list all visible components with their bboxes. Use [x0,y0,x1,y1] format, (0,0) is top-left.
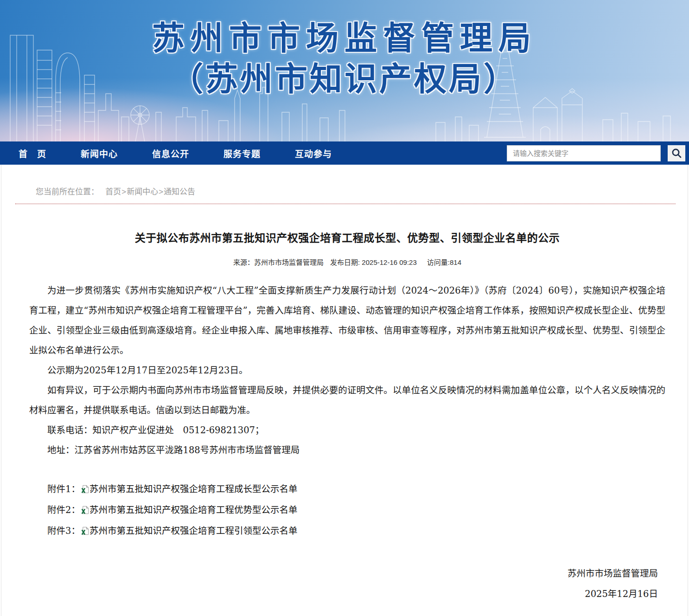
paragraph-address: 地址：江苏省苏州市姑苏区平泷路188号苏州市市场监督管理局 [29,440,665,460]
attachment-row: 附件3：苏州市第五批知识产权强企培育工程引领型公示名单 [29,521,665,542]
nav-item-services[interactable]: 服务专题 [223,147,261,160]
site-title-line2: （苏州市知识产权局） [0,59,689,99]
article-meta: 来源：苏州市市场监督管理局发布日期: 2025-12-16 09:23访问量:8… [29,257,665,267]
breadcrumb-separator: > [159,187,163,196]
site-title: 苏州市市场监督管理局 （苏州市知识产权局） [0,19,689,99]
attachment-link[interactable]: 苏州市第五批知识产权强企培育工程引领型公示名单 [89,526,298,536]
meta-source: 苏州市市场监督管理局 [254,258,324,266]
signature-org: 苏州市市场监督管理局 [29,564,658,584]
paragraph: 为进一步贯彻落实《苏州市实施知识产权“八大工程”全面支撑新质生产力发展行动计划（… [29,281,665,360]
nav-item-news[interactable]: 新闻中心 [81,147,118,160]
paragraph: 如有异议，可于公示期内书面向苏州市市场监督管理局反映，并提供必要的证明文件。以单… [29,380,665,420]
nav-item-home[interactable]: 首 页 [19,147,46,160]
site-banner: 苏州市市场监督管理局 （苏州市知识产权局） [0,0,689,141]
breadcrumb: 您当前所在位置： 首页>新闻中心>通知公告 [1,165,688,197]
article: 关于拟公布苏州市第五批知识产权强企培育工程成长型、优势型、引领型企业名单的公示 … [1,229,688,604]
breadcrumb-link-notices[interactable]: 通知公告 [164,187,195,196]
nav-item-info[interactable]: 信息公开 [152,147,189,160]
main-navbar: 首 页 新闻中心 信息公开 服务专题 互动参与 [0,141,689,165]
search-bar [507,145,685,161]
paragraph-contact-phone: 联系电话：知识产权产业促进处 0512-69821307； [29,420,665,440]
excel-file-icon [81,527,89,538]
meta-date-label: 发布日期: [330,258,360,266]
page-title: 关于拟公布苏州市第五批知识产权强企培育工程成长型、优势型、引领型企业名单的公示 [29,229,665,245]
breadcrumb-prefix: 您当前所在位置： [36,187,99,196]
meta-source-label: 来源： [233,258,254,266]
excel-file-icon [81,485,89,496]
attachment-row: 附件2：苏州市第五批知识产权强企培育工程优势型公示名单 [29,500,665,521]
attachment-link[interactable]: 苏州市第五批知识产权强企培育工程优势型公示名单 [89,505,298,515]
dotted-divider [15,204,676,204]
breadcrumb-separator: > [121,187,126,196]
paragraph: 公示期为2025年12月17日至2025年12月23日。 [29,360,665,380]
attachment-label: 附件1： [47,484,80,494]
signature-block: 苏州市市场监督管理局 2025年12月16日 [29,564,665,604]
meta-date: 2025-12-16 09:23 [362,258,416,266]
attachment-link[interactable]: 苏州市第五批知识产权强企培育工程成长型公示名单 [89,484,298,494]
breadcrumb-link-news[interactable]: 新闻中心 [127,187,158,196]
attachment-label: 附件2： [47,505,80,515]
meta-visits-label: 访问量: [427,258,450,266]
attachment-label: 附件3： [47,526,80,536]
attachment-row: 附件1：苏州市第五批知识产权强企培育工程成长型公示名单 [29,480,665,500]
site-title-line1: 苏州市市场监督管理局 [0,19,689,58]
meta-visits: 814 [450,258,461,266]
content-container: 您当前所在位置： 首页>新闻中心>通知公告 关于拟公布苏州市第五批知识产权强企培… [1,165,688,616]
excel-file-icon [81,506,89,517]
search-button[interactable] [668,145,685,161]
signature-date: 2025年12月16日 [29,584,658,604]
article-body: 为进一步贯彻落实《苏州市实施知识产权“八大工程”全面支撑新质生产力发展行动计划（… [29,281,665,460]
nav-item-interaction[interactable]: 互动参与 [295,147,332,160]
breadcrumb-link-home[interactable]: 首页 [105,187,121,196]
attachments: 附件1：苏州市第五批知识产权强企培育工程成长型公示名单 附件2：苏州市第五批知识… [29,480,665,542]
search-icon [671,148,682,159]
search-input[interactable] [507,145,661,161]
